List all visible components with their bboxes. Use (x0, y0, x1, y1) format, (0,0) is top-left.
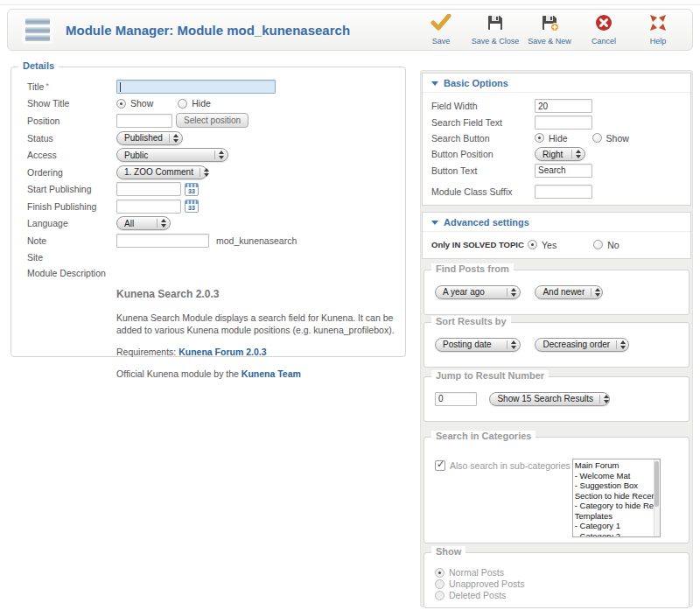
module-description: Kunena Search 2.0.3 Kunena Search Module… (116, 287, 405, 381)
select-arrows-icon (599, 395, 609, 403)
save-check-icon (430, 14, 452, 35)
save-button[interactable]: Save (416, 12, 466, 47)
save-new-button[interactable]: Save & New (524, 12, 575, 47)
select-arrows-icon (591, 288, 600, 297)
button-text-input[interactable] (535, 164, 592, 178)
select-arrows-icon (200, 168, 209, 177)
calendar-icon[interactable]: 33 (185, 183, 199, 196)
search-field-text-row: Search Field Text (431, 116, 682, 130)
status-row: Status Published (27, 131, 405, 145)
list-item[interactable]: - Category 2 (575, 531, 653, 537)
site-label: Site (27, 252, 116, 263)
basic-options-toggle[interactable]: Basic Options (423, 74, 690, 93)
unapproved-posts-radio[interactable] (435, 579, 444, 589)
note-input[interactable] (116, 234, 209, 248)
show-title-row: Show Title Show Hide (27, 97, 405, 110)
button-position-select[interactable]: Right (535, 147, 585, 161)
language-row: Language All (27, 216, 405, 230)
toolbar-buttons: Save Save & Close Save & New Cancel Help (416, 12, 683, 47)
field-width-row: Field Width (431, 99, 682, 113)
show-title-show-radio[interactable] (116, 99, 126, 109)
module-description-row: Module Description (27, 267, 405, 280)
sort-order-select[interactable]: Decreasing order (535, 338, 629, 352)
jump-number-input[interactable] (435, 392, 477, 406)
chevron-down-icon (431, 221, 438, 225)
deleted-posts-radio[interactable] (435, 591, 444, 600)
select-arrows-icon (507, 288, 516, 297)
module-class-suffix-input[interactable] (535, 185, 592, 199)
list-item[interactable]: - Suggestion Box (575, 480, 653, 491)
finish-publishing-input[interactable] (116, 200, 181, 214)
normal-posts-radio[interactable] (435, 568, 444, 578)
list-item[interactable]: Section to hide Recent (575, 491, 653, 501)
module-class-suffix-row: Module Class Suffix (431, 185, 682, 199)
title-row: Title* (27, 80, 405, 94)
save-close-button[interactable]: Save & Close (470, 12, 521, 47)
kunena-forum-link[interactable]: Kunena Forum 2.0.3 (178, 347, 266, 357)
select-arrows-icon (157, 219, 166, 228)
select-arrows-icon (571, 150, 581, 158)
solved-topic-no-radio[interactable] (593, 240, 603, 249)
find-posts-period-select[interactable]: A year ago (435, 285, 521, 299)
show-fieldset: Show Normal Posts Unapproved Posts Delet… (424, 552, 690, 608)
results-count-select[interactable]: Show 15 Search Results (489, 392, 610, 406)
status-select[interactable]: Published (116, 131, 183, 145)
search-button-show-radio[interactable] (592, 133, 602, 143)
advanced-settings-panel: Advanced settings Only IN SOLVED TOPIC Y… (422, 212, 691, 259)
subcategories-checkbox[interactable] (435, 460, 445, 471)
page-top-strip (0, 0, 700, 5)
show-title-hide-radio[interactable] (178, 99, 187, 109)
page-title: Module Manager: Module mod_kunenasearch (66, 23, 350, 38)
position-input[interactable] (116, 114, 172, 128)
solved-topic-row: Only IN SOLVED TOPIC Yes No (431, 238, 682, 251)
search-categories-fieldset: Search in Categories Also search in sub-… (424, 437, 690, 543)
toolbar: Module Manager: Module mod_kunenasearch … (7, 9, 693, 51)
list-item[interactable]: Main Forum (575, 460, 653, 471)
find-posts-direction-select[interactable]: And newer (535, 285, 603, 299)
categories-listbox[interactable]: Main Forum - Welcome Mat - Suggestion Bo… (572, 459, 661, 537)
kunena-team-link[interactable]: Kunena Team (242, 368, 301, 379)
language-select[interactable]: All (116, 216, 171, 230)
select-position-button[interactable]: Select position (176, 113, 248, 128)
calendar-icon[interactable]: 33 (185, 200, 199, 213)
sort-field-select[interactable]: Posting date (435, 338, 521, 352)
help-arrows-icon (649, 14, 667, 35)
access-select[interactable]: Public (116, 148, 228, 162)
list-item[interactable]: Templates (575, 511, 653, 522)
list-item[interactable]: - Welcome Mat (575, 471, 653, 481)
cancel-x-icon (595, 14, 612, 35)
search-button-hide-radio[interactable] (535, 133, 544, 143)
search-field-text-input[interactable] (535, 116, 592, 130)
help-button[interactable]: Help (633, 12, 683, 47)
chevron-down-icon (431, 81, 438, 86)
required-asterisk: * (46, 81, 49, 90)
scrollbar[interactable] (654, 459, 660, 536)
field-width-input[interactable] (535, 99, 592, 113)
button-text-row: Button Text (431, 164, 682, 178)
button-position-row: Button Position Right (431, 147, 682, 161)
module-manager-icon (22, 16, 53, 44)
ordering-row: Ordering 1. ZOO Comment (27, 165, 405, 179)
cancel-button[interactable]: Cancel (578, 12, 629, 47)
solved-topic-yes-radio[interactable] (528, 240, 537, 249)
text-caret (120, 82, 121, 92)
note-hint: mod_kunenasearch (216, 235, 297, 246)
access-row: Access Public (27, 148, 405, 162)
advanced-settings-toggle[interactable]: Advanced settings (423, 213, 690, 232)
note-row: Note mod_kunenasearch (27, 234, 405, 248)
select-arrows-icon (169, 134, 178, 143)
list-item[interactable]: - Category to hide Recent (575, 501, 653, 511)
start-publishing-input[interactable] (116, 182, 181, 196)
select-arrows-icon (214, 151, 224, 159)
jump-result-fieldset: Jump to Result Number Show 15 Search Res… (424, 376, 690, 422)
basic-options-panel: Basic Options Field Width Search Field T… (422, 73, 691, 206)
scrollbar-thumb[interactable] (654, 461, 659, 507)
list-item[interactable]: - Category 1 (575, 521, 653, 531)
find-posts-fieldset: Find Posts from A year ago And newer (424, 270, 690, 315)
position-row: Position Select position (27, 113, 405, 128)
ordering-select[interactable]: 1. ZOO Comment (116, 165, 207, 179)
title-input[interactable] (116, 80, 276, 94)
details-fieldset: Details Title* Show Title Show Hide Posi… (10, 67, 406, 357)
start-publishing-row: Start Publishing 33 (27, 182, 405, 196)
options-column: Basic Options Field Width Search Field T… (420, 70, 693, 607)
